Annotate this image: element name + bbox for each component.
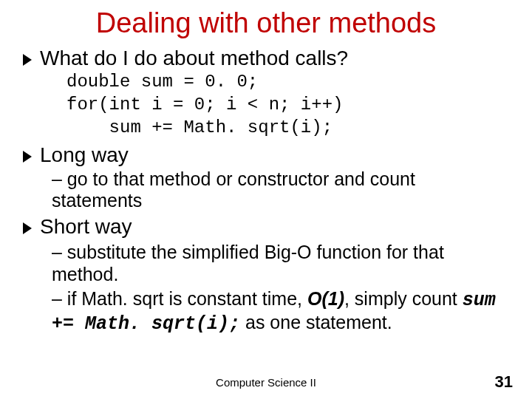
slide: Dealing with other methods What do I do … xyxy=(0,0,532,399)
code-line-3: sum += Math. sqrt(i); xyxy=(66,117,510,139)
triangle-icon xyxy=(22,222,33,235)
bullet-1-text: What do I do about method calls? xyxy=(40,47,348,70)
footer-text: Computer Science II xyxy=(0,376,532,389)
svg-marker-0 xyxy=(23,54,32,66)
sub-2a: – go to that method or constructor and c… xyxy=(52,168,510,211)
bullet-1: What do I do about method calls? xyxy=(22,47,510,70)
page-number: 31 xyxy=(495,372,513,392)
sub-3b-o1: O(1) xyxy=(307,288,344,309)
bullet-3-text: Short way xyxy=(40,215,132,239)
svg-marker-2 xyxy=(23,222,32,234)
slide-title: Dealing with other methods xyxy=(22,7,510,39)
sub-3b-pre: – if Math. sqrt is constant time, xyxy=(52,288,307,309)
bullet-2: Long way xyxy=(22,143,510,167)
code-line-2: for(int i = 0; i < n; i++) xyxy=(66,95,510,116)
code-line-1: double sum = 0. 0; xyxy=(66,72,510,93)
sub-3b-mid: , simply count xyxy=(344,288,463,309)
triangle-icon xyxy=(22,53,33,66)
bullet-3: Short way xyxy=(22,215,510,239)
sub-3b: – if Math. sqrt is constant time, O(1), … xyxy=(52,288,510,335)
triangle-icon xyxy=(22,150,33,163)
svg-marker-1 xyxy=(23,151,32,163)
sub-3b-post: as one statement. xyxy=(240,312,392,332)
bullet-2-text: Long way xyxy=(40,143,129,167)
sub-3a: – substitute the simplified Big-O functi… xyxy=(52,242,510,285)
